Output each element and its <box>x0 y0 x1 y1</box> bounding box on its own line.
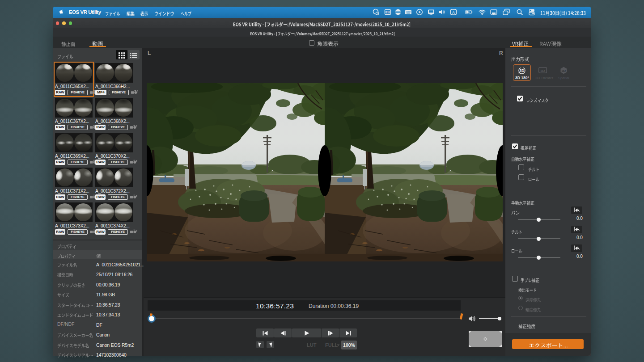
svg-text:3D: 3D <box>562 69 566 73</box>
svg-text:3D: 3D <box>540 69 545 73</box>
svg-text:EU: EU <box>386 10 390 14</box>
svg-text:3D: 3D <box>520 68 525 73</box>
svg-text:A: A <box>452 10 455 15</box>
